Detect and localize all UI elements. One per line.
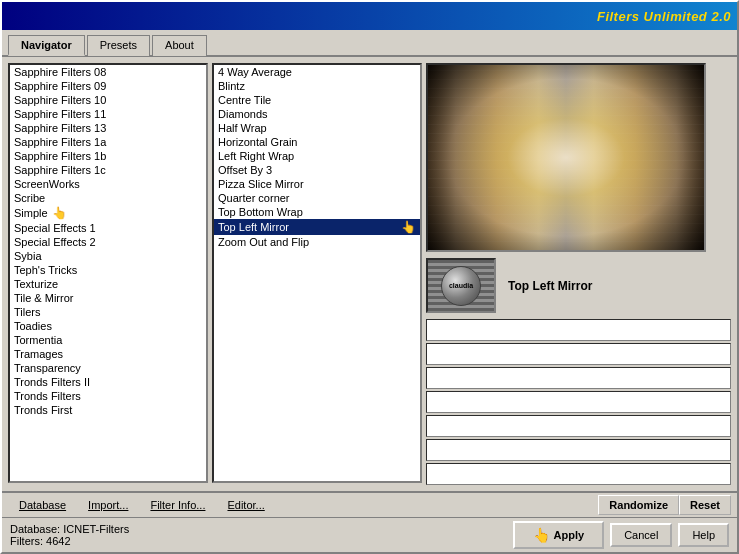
- list-item[interactable]: Half Wrap: [214, 121, 420, 135]
- list-item[interactable]: Tramages: [10, 347, 206, 361]
- list-item[interactable]: Sapphire Filters 1b: [10, 149, 206, 163]
- list-item[interactable]: Special Effects 1: [10, 221, 206, 235]
- list-item[interactable]: Sapphire Filters 13: [10, 121, 206, 135]
- app-title: Filters Unlimited 2.0: [597, 9, 731, 24]
- list-item[interactable]: Tile & Mirror: [10, 291, 206, 305]
- list-item[interactable]: Tronds Filters II: [10, 375, 206, 389]
- hand-pointer-icon: 👆: [52, 206, 67, 220]
- list-item[interactable]: Transparency: [10, 361, 206, 375]
- apply-button[interactable]: 👆 Apply: [513, 521, 605, 549]
- help-button[interactable]: Help: [678, 523, 729, 547]
- preview-row-5: [426, 415, 731, 437]
- tab-bar: Navigator Presets About: [2, 30, 737, 57]
- filter-info-button[interactable]: Filter Info...: [139, 495, 216, 515]
- preview-row-6: [426, 439, 731, 461]
- preview-rows: [426, 319, 731, 485]
- list-item[interactable]: Sapphire Filters 10: [10, 93, 206, 107]
- hand-pointer-icon: 👆: [401, 220, 416, 234]
- preview-panel: claudia Top Left Mirror: [426, 63, 731, 485]
- list-item[interactable]: Centre Tile: [214, 93, 420, 107]
- editor-button[interactable]: Editor...: [216, 495, 275, 515]
- list-item[interactable]: Left Right Wrap: [214, 149, 420, 163]
- list-item[interactable]: Sapphire Filters 08: [10, 65, 206, 79]
- preview-large: [426, 63, 706, 252]
- list-item[interactable]: Quarter corner: [214, 191, 420, 205]
- database-status: Database: ICNET-Filters: [10, 523, 129, 535]
- thumb-inner: claudia: [428, 260, 494, 311]
- list-item[interactable]: Top Bottom Wrap: [214, 205, 420, 219]
- list-item[interactable]: Sapphire Filters 1a: [10, 135, 206, 149]
- list-item[interactable]: Tilers: [10, 305, 206, 319]
- list-item[interactable]: Texturize: [10, 277, 206, 291]
- list-item[interactable]: Sapphire Filters 1c: [10, 163, 206, 177]
- list-item[interactable]: Simple👆: [10, 205, 206, 221]
- preview-row-4: [426, 391, 731, 413]
- title-bar: Filters Unlimited 2.0: [2, 2, 737, 30]
- list-item[interactable]: Toadies: [10, 319, 206, 333]
- list-item[interactable]: Tormentia: [10, 333, 206, 347]
- preview-image: [428, 65, 704, 250]
- list-item[interactable]: Blintz: [214, 79, 420, 93]
- list-item[interactable]: Tronds First: [10, 403, 206, 417]
- randomize-button[interactable]: Randomize: [598, 495, 679, 515]
- list-item[interactable]: Special Effects 2: [10, 235, 206, 249]
- list-item[interactable]: Tronds Filters: [10, 389, 206, 403]
- reset-button[interactable]: Reset: [679, 495, 731, 515]
- preview-row-2: [426, 343, 731, 365]
- tab-about[interactable]: About: [152, 35, 207, 56]
- category-list[interactable]: Sapphire Filters 08Sapphire Filters 09Sa…: [8, 63, 208, 483]
- import-button[interactable]: Import...: [77, 495, 139, 515]
- list-item[interactable]: Teph's Tricks: [10, 263, 206, 277]
- list-item[interactable]: Top Left Mirror👆: [214, 219, 420, 235]
- preview-row-1: [426, 319, 731, 341]
- fl-label: Filters: 4642: [10, 535, 71, 547]
- cancel-button[interactable]: Cancel: [610, 523, 672, 547]
- list-item[interactable]: Zoom Out and Flip: [214, 235, 420, 249]
- hand-icon: 👆: [533, 527, 550, 543]
- main-content: Sapphire Filters 08Sapphire Filters 09Sa…: [2, 57, 737, 491]
- db-label: Database: ICNET-Filters: [10, 523, 129, 535]
- thumb-globe: claudia: [441, 266, 481, 306]
- list-item[interactable]: Sapphire Filters 11: [10, 107, 206, 121]
- list-item[interactable]: 4 Way Average: [214, 65, 420, 79]
- list-item[interactable]: Offset By 3: [214, 163, 420, 177]
- filter-list[interactable]: 4 Way AverageBlintzCentre TileDiamondsHa…: [212, 63, 422, 483]
- list-item[interactable]: Horizontal Grain: [214, 135, 420, 149]
- status-bar: Database: ICNET-Filters Filters: 4642 👆 …: [2, 517, 737, 552]
- preview-thumb-row: claudia Top Left Mirror: [426, 256, 731, 315]
- preview-row-3: [426, 367, 731, 389]
- list-item[interactable]: Sapphire Filters 09: [10, 79, 206, 93]
- filter-name-label: Top Left Mirror: [504, 279, 592, 293]
- preview-row-7: [426, 463, 731, 485]
- main-window: Filters Unlimited 2.0 Navigator Presets …: [0, 0, 739, 554]
- list-item[interactable]: Sybia: [10, 249, 206, 263]
- list-item[interactable]: Pizza Slice Mirror: [214, 177, 420, 191]
- bottom-toolbar: Database Import... Filter Info... Editor…: [2, 491, 737, 517]
- tab-navigator[interactable]: Navigator: [8, 35, 85, 56]
- tab-presets[interactable]: Presets: [87, 35, 150, 56]
- status-right: 👆 Apply Cancel Help: [513, 521, 729, 549]
- database-button[interactable]: Database: [8, 495, 77, 515]
- list-item[interactable]: Diamonds: [214, 107, 420, 121]
- preview-thumbnail: claudia: [426, 258, 496, 313]
- status-left: Database: ICNET-Filters Filters: 4642: [10, 523, 129, 547]
- list-item[interactable]: Scribe: [10, 191, 206, 205]
- list-item[interactable]: ScreenWorks: [10, 177, 206, 191]
- filters-status: Filters: 4642: [10, 535, 129, 547]
